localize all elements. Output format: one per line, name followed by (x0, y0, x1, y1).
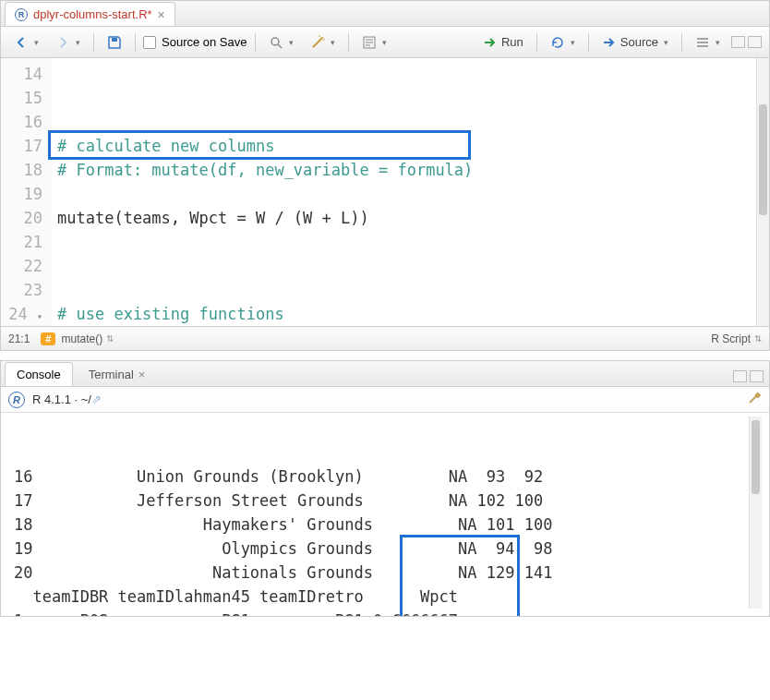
toolbar-separator (93, 33, 94, 52)
toolbar-separator (135, 33, 136, 52)
svg-point-3 (319, 35, 320, 37)
cursor-position: 21:1 (8, 332, 30, 345)
code-editor[interactable]: 1415161718192021222324 ▾ # calculate new… (1, 58, 769, 326)
svg-point-4 (323, 39, 325, 41)
editor-scrollbar[interactable] (756, 58, 769, 326)
toolbar-separator (255, 33, 256, 52)
source-button[interactable]: Source (596, 32, 674, 53)
forward-button[interactable] (50, 32, 86, 53)
editor-statusbar: 21:1 # mutate() ⇅ R Script ⇅ (1, 326, 769, 350)
toolbar-separator (681, 33, 682, 52)
r-version: R 4.1.1 (32, 392, 71, 406)
editor-toolbar: Source on Save Run Source (1, 27, 769, 58)
sort-arrows-icon[interactable]: ⇅ (754, 333, 762, 344)
svg-point-2 (321, 37, 323, 39)
source-pane: R dplyr-columns-start.R* × Source on Sav… (0, 0, 770, 351)
file-tab-label: dplyr-columns-start.R* (33, 7, 152, 21)
run-button[interactable]: Run (477, 32, 529, 53)
editor-tabbar: R dplyr-columns-start.R* × (1, 1, 769, 27)
highlight-box-wpct (400, 535, 520, 616)
source-on-save-checkbox[interactable] (143, 36, 156, 49)
working-dir[interactable]: ~/ (81, 392, 91, 406)
toolbar-separator (536, 33, 537, 52)
source-on-save-label: Source on Save (162, 35, 247, 49)
wand-button[interactable] (305, 32, 341, 53)
source-label: Source (620, 35, 658, 49)
maximize-pane-icon[interactable] (750, 370, 764, 382)
console-output[interactable]: 16 Union Grounds (Brooklyn) NA 93 9217 J… (1, 413, 769, 616)
save-button[interactable] (102, 32, 127, 53)
maximize-pane-icon[interactable] (748, 36, 762, 48)
find-button[interactable] (263, 32, 299, 53)
console-tabbar: Console Terminal× (1, 361, 769, 387)
close-icon[interactable]: × (158, 7, 165, 22)
console-info-bar: R R 4.1.1 · ~/⇗ (1, 387, 769, 413)
toolbar-separator (588, 33, 589, 52)
pane-window-controls (731, 36, 762, 48)
file-tab[interactable]: R dplyr-columns-start.R* × (5, 2, 175, 26)
console-pane: Console Terminal× R R 4.1.1 · ~/⇗ 16 Uni… (0, 360, 770, 617)
rerun-button[interactable] (545, 32, 581, 53)
scope-chip-icon: # (41, 332, 55, 345)
tab-console-label: Console (17, 368, 61, 381)
tab-terminal[interactable]: Terminal× (77, 362, 158, 386)
clear-console-icon[interactable] (747, 391, 762, 408)
code-area[interactable]: # calculate new columns# Format: mutate(… (52, 58, 756, 326)
language-label[interactable]: R Script (711, 332, 751, 345)
scope-label[interactable]: mutate() (61, 332, 102, 345)
tab-terminal-label: Terminal (89, 368, 134, 381)
tab-console[interactable]: Console (5, 362, 73, 386)
minimize-pane-icon[interactable] (733, 370, 747, 382)
back-button[interactable] (8, 32, 44, 53)
r-file-icon: R (15, 8, 28, 21)
run-label: Run (501, 35, 523, 49)
toolbar-separator (348, 33, 349, 52)
outline-button[interactable] (690, 32, 726, 53)
svg-rect-0 (112, 38, 117, 42)
sort-arrows-icon[interactable]: ⇅ (106, 333, 114, 344)
console-scrollbar[interactable] (749, 416, 762, 609)
close-icon[interactable]: × (138, 368, 146, 381)
notebook-button[interactable] (356, 32, 392, 53)
highlight-box-mutate (48, 130, 471, 160)
svg-point-1 (271, 38, 279, 45)
minimize-pane-icon[interactable] (731, 36, 745, 48)
r-logo-icon: R (8, 392, 25, 408)
line-gutter: 1415161718192021222324 ▾ (1, 58, 52, 326)
